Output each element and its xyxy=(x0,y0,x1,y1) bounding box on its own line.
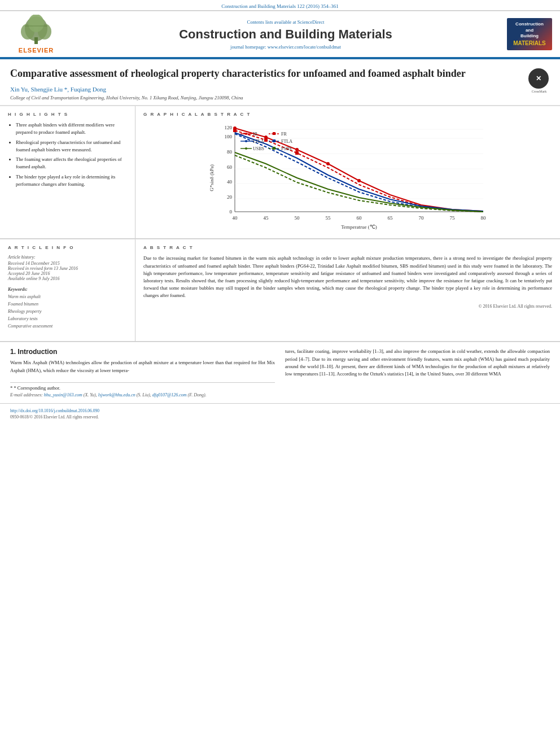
sciencedirect-link[interactable]: ScienceDirect xyxy=(298,19,325,25)
svg-rect-44 xyxy=(273,132,275,135)
list-item: Rheological property characteristics for… xyxy=(16,139,127,154)
svg-rect-37 xyxy=(233,129,237,132)
journal-center-info: Contents lists available at ScienceDirec… xyxy=(70,19,501,50)
doi-link[interactable]: http://dx.doi.org/10.1016/j.conbuildmat.… xyxy=(10,408,99,413)
history-label: Article history: xyxy=(8,255,127,260)
crossmark-badge[interactable]: ✕ CrossMark xyxy=(528,68,550,93)
article-authors: Xin Yu, Shengjie Liu *, Fuqiang Dong xyxy=(10,86,523,93)
list-item: Warm mix asphalt xyxy=(8,294,127,301)
svg-text:Temperatrue (℃): Temperatrue (℃) xyxy=(341,224,377,230)
list-item: Comparative assessment xyxy=(8,323,127,330)
svg-text:60: 60 xyxy=(357,215,362,221)
svg-point-36 xyxy=(357,179,361,182)
svg-text:75: 75 xyxy=(450,215,456,221)
article-info-column: A R T I C L E I N F O Article history: R… xyxy=(0,239,135,341)
contents-line: Contents lists available at ScienceDirec… xyxy=(70,19,501,25)
footer-section: http://dx.doi.org/10.1016/j.conbuildmat.… xyxy=(0,403,560,424)
svg-rect-38 xyxy=(264,138,268,142)
svg-point-41 xyxy=(245,133,247,135)
svg-text:80: 80 xyxy=(481,215,487,221)
graphical-abstract-column: G R A P H I C A L A B S T R A C T 0 20 4… xyxy=(135,106,560,238)
article-history-group: Article history: Received 14 December 20… xyxy=(8,255,127,281)
svg-text:50: 50 xyxy=(295,215,300,221)
svg-point-4 xyxy=(28,15,44,32)
svg-text:FSBS: FSBS xyxy=(281,146,292,151)
email-line: E-mail addresses: hhu_yuxin@163.com (X. … xyxy=(10,392,275,397)
keywords-list: Warm mix asphalt Foamed bitumen Rheology… xyxy=(8,294,127,330)
svg-point-47 xyxy=(245,140,247,142)
elsevier-logo: ELSEVIER xyxy=(8,15,64,54)
introduction-left-col: 1. Introduction Warm Mix Asphalt (WMA) t… xyxy=(10,348,275,397)
svg-text:USBS: USBS xyxy=(253,146,264,151)
issn-line: 0950-0618/© 2016 Elsevier Ltd. All right… xyxy=(10,414,550,420)
svg-text:45: 45 xyxy=(264,215,269,221)
journal-title: Construction and Building Materials xyxy=(70,27,501,42)
list-item: Rheology property xyxy=(8,308,127,316)
email2-link[interactable]: lsjwork@hhu.edu.cn xyxy=(98,392,135,397)
article-title-section: Comparative assessment of rheological pr… xyxy=(0,59,560,106)
doi-line[interactable]: http://dx.doi.org/10.1016/j.conbuildmat.… xyxy=(10,408,550,413)
available-date: Available online 9 July 2016 xyxy=(8,276,127,281)
svg-text:60: 60 xyxy=(227,164,233,170)
received-date: Received 14 December 2015 xyxy=(8,261,127,266)
introduction-right-text: tures, facilitate coating, improve worka… xyxy=(285,348,550,378)
author-affiliation: College of Civil and Transportation Engi… xyxy=(10,95,523,101)
keywords-group: Keywords: Warm mix asphalt Foamed bitume… xyxy=(8,287,127,330)
crossmark-label: CrossMark xyxy=(528,90,550,93)
abstract-label: A B S T R A C T xyxy=(143,245,552,250)
highlights-graphical-section: H I G H L I G H T S Three asphalt binder… xyxy=(0,106,560,239)
svg-text:G*sinδ (kPa): G*sinδ (kPa) xyxy=(209,165,215,192)
svg-text:LTLA: LTLA xyxy=(253,139,264,144)
revised-date: Received in revised form 13 June 2016 xyxy=(8,266,127,271)
svg-text:120: 120 xyxy=(225,125,233,130)
svg-text:100: 100 xyxy=(225,134,233,139)
svg-text:FR: FR xyxy=(281,132,287,137)
svg-text:55: 55 xyxy=(326,215,331,221)
journal-reference: Construction and Building Materials 122 … xyxy=(221,3,338,9)
svg-rect-56 xyxy=(273,147,275,150)
graphical-abstract-label: G R A P H I C A L A B S T R A C T xyxy=(143,112,552,117)
article-info-abstract-section: A R T I C L E I N F O Article history: R… xyxy=(0,239,560,342)
title-block: Comparative assessment of rheological pr… xyxy=(10,67,523,101)
svg-text:20: 20 xyxy=(227,194,233,200)
list-item: Foamed bitumen xyxy=(8,301,127,308)
homepage-url[interactable]: www.elsevier.com/locate/conbuildmat xyxy=(268,44,341,50)
svg-text:0: 0 xyxy=(230,209,233,215)
crossmark-icon: ✕ xyxy=(528,68,549,89)
keywords-label: Keywords: xyxy=(8,287,127,292)
email3-link[interactable]: dfq0107@126.com xyxy=(152,392,187,397)
copyright-line: © 2016 Elsevier Ltd. All rights reserved… xyxy=(143,304,552,309)
elsevier-wordmark: ELSEVIER xyxy=(19,47,54,54)
svg-rect-39 xyxy=(295,151,299,155)
svg-text:70: 70 xyxy=(419,215,425,221)
svg-text:FTLA: FTLA xyxy=(281,139,292,144)
graphical-abstract-chart: 0 20 40 60 80 100 120 40 45 50 55 60 65 … xyxy=(143,121,552,231)
svg-text:40: 40 xyxy=(233,215,238,221)
highlights-label: H I G H L I G H T S xyxy=(8,112,127,117)
svg-text:40: 40 xyxy=(227,179,233,185)
svg-point-53 xyxy=(245,147,247,150)
email1-link[interactable]: hhu_yuxin@163.com xyxy=(44,392,82,397)
abstract-column: A B S T R A C T Due to the increasing ma… xyxy=(135,239,560,341)
highlights-column: H I G H L I G H T S Three asphalt binder… xyxy=(0,106,135,238)
svg-rect-50 xyxy=(273,139,275,142)
list-item: Laboratory tests xyxy=(8,316,127,323)
accepted-date: Accepted 20 June 2016 xyxy=(8,271,127,276)
highlights-list: Three asphalt binders with different mod… xyxy=(8,121,127,187)
introduction-right-col: tures, facilitate coating, improve worka… xyxy=(285,348,550,397)
svg-text:IR: IR xyxy=(253,132,258,137)
corresponding-note: * * Corresponding author. xyxy=(10,382,275,391)
abstract-text: Due to the increasing market for foamed … xyxy=(143,255,552,299)
journal-cover-logo: Construction and Building MATERIALS xyxy=(507,18,552,50)
article-main-title: Comparative assessment of rheological pr… xyxy=(10,67,523,80)
introduction-section: 1. Introduction Warm Mix Asphalt (WMA) t… xyxy=(0,342,560,403)
article-info-label: A R T I C L E I N F O xyxy=(8,245,127,250)
introduction-left-text: Warm Mix Asphalt (WMA) technologies allo… xyxy=(10,359,275,374)
svg-point-35 xyxy=(326,162,330,165)
journal-reference-bar: Construction and Building Materials 122 … xyxy=(0,0,560,11)
list-item: The binder type played a key role in det… xyxy=(16,173,127,188)
list-item: Three asphalt binders with different mod… xyxy=(16,121,127,136)
svg-text:65: 65 xyxy=(388,215,393,221)
svg-text:80: 80 xyxy=(227,149,233,155)
journal-header: ELSEVIER Contents lists available at Sci… xyxy=(0,11,560,59)
